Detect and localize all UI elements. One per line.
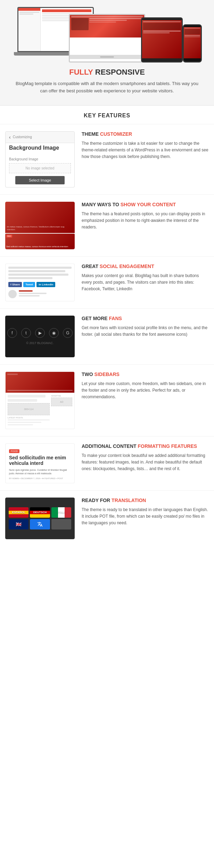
social-admin-row xyxy=(8,290,72,298)
social-mockup: f Share Tweet in LinkedIn xyxy=(5,264,75,301)
desktop-screen xyxy=(70,15,144,55)
feature-customizer-title: THEME CUSTOMIZER xyxy=(82,131,209,137)
featured-main-overlay: im metus massa, cursus rhoncus. Vestibul… xyxy=(7,226,73,231)
customizer-header-text: Customizing xyxy=(13,135,32,139)
sidebar-ad-box: 300×114 xyxy=(8,403,50,415)
feature-sidebars-image: 300×114 LATEST POSTS ADVERTISE AD xyxy=(5,372,75,429)
tablet-screen xyxy=(142,20,182,58)
social-admin-lines xyxy=(19,290,47,298)
admin-text-line-1 xyxy=(19,293,47,294)
feature-customizer-image: ‹ Customizing Background Image Backgroun… xyxy=(5,131,75,187)
customizer-back-icon: ‹ xyxy=(9,134,11,140)
content-tag: FOOD xyxy=(9,449,19,453)
social-text-lines xyxy=(8,267,72,279)
flags-grid: ESPAÑOL DEUTSCH ITALI xyxy=(5,504,75,533)
feature-translation-title-plain: READY FOR xyxy=(82,498,112,503)
content-post-title: Sed sollicitudin me enim vehicula interd xyxy=(9,455,71,467)
social-line-2 xyxy=(8,270,65,272)
feature-content-formatting: FOOD Sed sollicitudin me enim vehicula i… xyxy=(0,436,214,490)
social-share-buttons: f Share Tweet in LinkedIn xyxy=(8,282,72,287)
content-meta-text: BY ADMIN • DECEMBER 7, 2016 • ★ FEATURED… xyxy=(9,477,63,479)
feature-social-engagement: f Share Tweet in LinkedIn GREAT SOCIAL E… xyxy=(0,256,214,308)
feature-show-desc: The theme has a featured posts option, s… xyxy=(82,211,209,231)
feature-fans-desc: Get more fans with iconized social profi… xyxy=(82,325,209,338)
feature-formatting-title-highlight: FORMATTING FEATURES xyxy=(138,443,197,449)
flag-spanish: ESPAÑOL xyxy=(9,507,28,518)
feature-fans-image: f t ▶ ◉ G © 2017 BLOGMAC. xyxy=(5,316,75,357)
sidebars-mockup: 300×114 LATEST POSTS ADVERTISE AD xyxy=(5,372,75,429)
customizer-select-button[interactable]: Select Image xyxy=(15,176,65,184)
social-avatar xyxy=(8,290,17,298)
feature-formatting-title-plain: ADDITIONAL CONTENT xyxy=(82,443,138,449)
facebook-share-btn[interactable]: f Share xyxy=(8,282,22,287)
customizer-header: ‹ Customizing xyxy=(6,132,74,143)
twitter-share-btn[interactable]: Tweet xyxy=(23,282,35,287)
flag-extra xyxy=(51,519,71,529)
feature-translation-desc: The theme is ready to be translated in o… xyxy=(82,507,209,527)
hero-section: FULLY RESPONSIVE BlogMag template is com… xyxy=(0,0,214,105)
feature-social-title-plain: GREAT xyxy=(82,264,100,269)
feature-translation: ESPAÑOL DEUTSCH ITALI READY FOR TRANSLAT… xyxy=(0,490,214,546)
social-line-3 xyxy=(8,274,68,276)
feature-translation-image: ESPAÑOL DEUTSCH ITALI xyxy=(5,498,75,539)
tablet-device xyxy=(141,17,183,62)
customizer-label: Background Image xyxy=(9,157,71,161)
feature-sidebars: 300×114 LATEST POSTS ADVERTISE AD TWO xyxy=(0,364,214,436)
sidebars-side-col: ADVERTISE AD xyxy=(51,395,72,427)
feature-fans-title-plain: GET MORE xyxy=(82,316,109,321)
feature-fans-text: GET MORE FANS Get more fans with iconize… xyxy=(82,316,209,357)
feature-fans: f t ▶ ◉ G © 2017 BLOGMAC. GET MORE FANS … xyxy=(0,308,214,364)
fans-icon-instagram: ◉ xyxy=(49,328,59,338)
featured-thumbnails: RED Sed sollicicit metus massa, cursus r… xyxy=(5,234,75,249)
featured-thumb-1: RED Sed sollicicit metus massa, cursus r… xyxy=(5,234,75,249)
feature-customizer-title-highlight: CUSTOMIZER xyxy=(100,131,132,137)
feature-social-title: GREAT SOCIAL ENGAGEMENT xyxy=(82,264,209,269)
feature-sidebars-text: TWO SIDEBARS Let your site more custom, … xyxy=(82,372,209,429)
sidebars-content-area: 300×114 LATEST POSTS ADVERTISE AD xyxy=(6,393,74,429)
fans-icon-google: G xyxy=(63,328,73,338)
customizer-bg-title: Background Image xyxy=(6,143,74,155)
fans-icon-facebook: f xyxy=(7,328,17,338)
responsive-rest: RESPONSIVE xyxy=(93,68,145,76)
customizer-no-image: No image selected xyxy=(9,163,71,173)
responsive-highlight: FULLY xyxy=(69,68,93,76)
phone-screen xyxy=(184,27,201,58)
flag-german: DEUTSCH xyxy=(30,507,50,518)
feature-sidebars-desc: Let your site more custom, more freedom,… xyxy=(82,381,209,401)
feature-translation-title-highlight: TRANSLATION xyxy=(112,498,146,503)
fans-icon-youtube: ▶ xyxy=(35,328,45,338)
flag-italian: ITALI xyxy=(51,507,71,518)
admin-label-line xyxy=(19,290,33,292)
feature-fans-title-highlight: FANS xyxy=(109,316,122,321)
sidebars-header-img xyxy=(6,372,74,393)
devices-illustration xyxy=(3,7,211,62)
feature-translation-text: READY FOR TRANSLATION The theme is ready… xyxy=(82,498,209,539)
sidebar-side-ad: AD xyxy=(51,398,72,406)
sidebars-main-col: 300×114 LATEST POSTS xyxy=(8,395,50,427)
feature-social-title-highlight: SOCIAL ENGAGEMENT xyxy=(100,264,154,269)
feature-formatting-desc: To make your content look beautiful we a… xyxy=(82,452,209,473)
feature-formatting-text: ADDITIONAL CONTENT FORMATTING FEATURES T… xyxy=(82,443,209,483)
customizer-body: Background Image No image selected Selec… xyxy=(6,155,74,187)
feature-translation-title: READY FOR TRANSLATION xyxy=(82,498,209,503)
feature-social-text: GREAT SOCIAL ENGAGEMENT Makes your conte… xyxy=(82,264,209,301)
key-features-section: KEY FEATURES ‹ Customizing Background Im… xyxy=(0,106,214,546)
feature-fans-title: GET MORE FANS xyxy=(82,316,209,321)
feature-show-content-title: MANY WAYS TO SHOW YOUR CONTENT xyxy=(82,202,209,207)
key-features-title: KEY FEATURES xyxy=(0,106,214,124)
desktop-device xyxy=(69,14,145,62)
content-post-text: Nunc quis egestas purus. Curabitur et ti… xyxy=(9,468,71,475)
flag-translate xyxy=(30,519,50,529)
flag-english xyxy=(9,519,28,529)
desktop-base xyxy=(70,55,144,59)
social-line-4 xyxy=(8,277,52,279)
fans-copyright: © 2017 BLOGMAC. xyxy=(26,341,54,345)
fans-mockup: f t ▶ ◉ G © 2017 BLOGMAC. xyxy=(5,316,75,357)
feature-show-title-highlight: SHOW YOUR CONTENT xyxy=(121,202,176,207)
feature-show-content: im metus massa, cursus rhoncus. Vestibul… xyxy=(0,194,214,256)
responsive-title: FULLY RESPONSIVE xyxy=(3,62,211,80)
featured-main-img: im metus massa, cursus rhoncus. Vestibul… xyxy=(5,202,75,233)
feature-show-content-text: MANY WAYS TO SHOW YOUR CONTENT The theme… xyxy=(82,202,209,249)
linkedin-share-btn[interactable]: in LinkedIn xyxy=(36,282,55,287)
feature-customizer-title-plain: THEME xyxy=(82,131,100,137)
